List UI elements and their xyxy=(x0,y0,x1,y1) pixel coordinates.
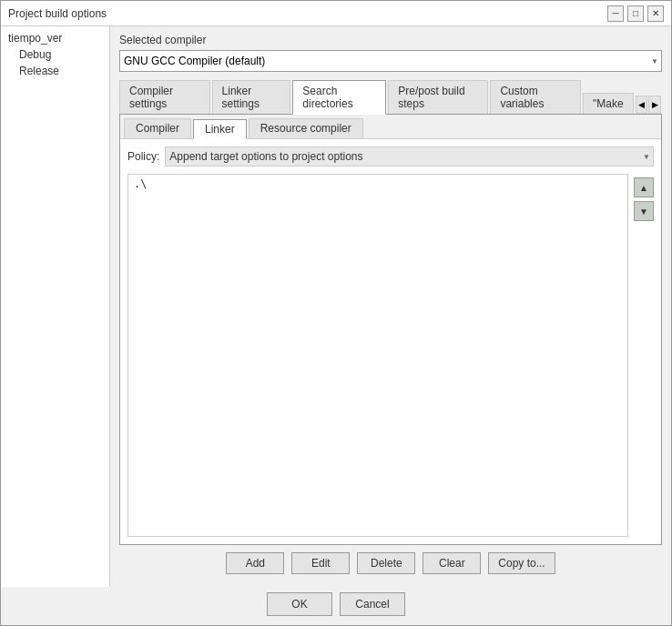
move-up-button[interactable]: ▲ xyxy=(634,177,654,197)
panel-body: Policy: Append target options to project… xyxy=(120,139,661,544)
policy-select-wrapper: Append target options to project options xyxy=(165,146,654,167)
policy-row: Policy: Append target options to project… xyxy=(127,146,654,167)
tab-linker-settings[interactable]: Linker settings xyxy=(212,80,291,114)
add-button[interactable]: Add xyxy=(226,552,284,574)
sidebar-item-debug[interactable]: Debug xyxy=(1,46,109,63)
dirs-list[interactable]: .\ xyxy=(127,174,628,537)
title-bar: Project build options ─ □ ✕ xyxy=(1,1,671,26)
delete-button[interactable]: Delete xyxy=(357,552,415,574)
content-panel: Compiler Linker Resource compiler Policy… xyxy=(119,115,662,545)
ok-button[interactable]: OK xyxy=(267,592,332,616)
maximize-button[interactable]: □ xyxy=(627,5,644,22)
copy-to-button[interactable]: Copy to... xyxy=(488,552,555,574)
right-buttons: ▲ ▼ xyxy=(628,174,654,537)
edit-button[interactable]: Edit xyxy=(291,552,350,574)
window-body: tiempo_ver Debug Release Selected compil… xyxy=(1,26,671,587)
policy-select[interactable]: Append target options to project options xyxy=(165,146,654,167)
sidebar-item-release[interactable]: Release xyxy=(1,63,109,79)
list-item: .\ xyxy=(132,177,624,191)
compiler-select[interactable]: GNU GCC Compiler (default) xyxy=(119,50,662,72)
clear-button[interactable]: Clear xyxy=(423,552,481,574)
tab-custom-variables[interactable]: Custom variables xyxy=(490,80,581,114)
compiler-label: Selected compiler xyxy=(119,34,662,46)
tab-next-button[interactable]: ▶ xyxy=(648,96,661,114)
footer-buttons: OK Cancel xyxy=(1,587,671,625)
tab-compiler-settings[interactable]: Compiler settings xyxy=(119,80,210,114)
tab-prev-button[interactable]: ◀ xyxy=(636,96,648,114)
sub-tab-resource-compiler[interactable]: Resource compiler xyxy=(249,118,363,138)
minimize-button[interactable]: ─ xyxy=(607,5,624,22)
sidebar-item-tiempo-ver[interactable]: tiempo_ver xyxy=(1,30,109,46)
compiler-select-wrapper: GNU GCC Compiler (default) xyxy=(119,50,662,72)
cancel-button[interactable]: Cancel xyxy=(340,592,405,616)
policy-label: Policy: xyxy=(127,150,159,163)
close-button[interactable]: ✕ xyxy=(647,5,664,22)
tab-pre-post-build[interactable]: Pre/post build steps xyxy=(388,80,488,114)
title-bar-controls: ─ □ ✕ xyxy=(607,5,664,22)
action-buttons: Add Edit Delete Clear Copy to... xyxy=(119,545,662,580)
sub-tabs: Compiler Linker Resource compiler xyxy=(120,115,661,139)
sidebar: tiempo_ver Debug Release xyxy=(1,26,110,587)
main-window: Project build options ─ □ ✕ tiempo_ver D… xyxy=(0,0,672,626)
tab-search-directories[interactable]: Search directories xyxy=(292,80,386,115)
sub-tab-compiler[interactable]: Compiler xyxy=(124,118,191,138)
window-title: Project build options xyxy=(8,7,107,20)
sub-tab-linker[interactable]: Linker xyxy=(193,119,247,139)
list-and-buttons: .\ ▲ ▼ xyxy=(127,174,654,537)
move-down-button[interactable]: ▼ xyxy=(634,201,654,221)
tab-bar: Compiler settings Linker settings Search… xyxy=(119,79,662,115)
tab-make[interactable]: "Make xyxy=(583,93,634,114)
main-content: Selected compiler GNU GCC Compiler (defa… xyxy=(110,26,671,587)
